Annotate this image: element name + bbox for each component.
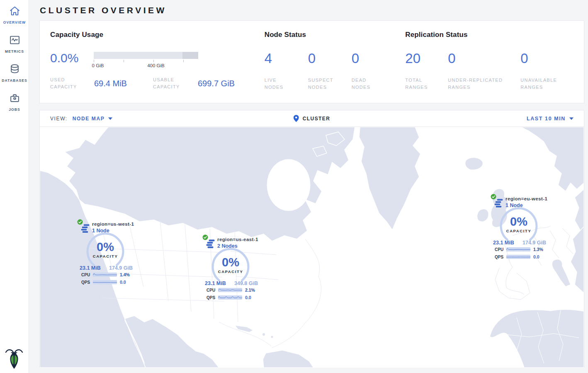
node-total-capacity: 174.9 GiB bbox=[522, 240, 546, 246]
region-label: region=eu-west-1 bbox=[505, 196, 547, 201]
node-used-capacity: 23.1 MiB bbox=[80, 265, 101, 271]
node-marker-us-east-1[interactable]: region=us-east-1 2 Nodes 0% CAPACITY 23.… bbox=[202, 234, 265, 303]
sidebar-item-overview[interactable]: OVERVIEW bbox=[0, 0, 29, 29]
capacity-bar: 0 GiB 400 GiB bbox=[94, 52, 198, 68]
page-title: CLUSTER OVERVIEW bbox=[29, 0, 588, 20]
qps-value: 0.0 bbox=[120, 280, 126, 285]
node-total-capacity: 349.8 GiB bbox=[234, 280, 258, 286]
map-toolbar: VIEW: NODE MAP CLUSTER LAST 10 MIN bbox=[40, 110, 584, 127]
used-capacity-label: USED CAPACITY bbox=[50, 76, 87, 90]
cluster-summary-card: Capacity Usage 0.0% 0 GiB 400 GiB bbox=[39, 20, 584, 103]
sidebar-item-databases[interactable]: DATABASES bbox=[0, 58, 29, 87]
map-pin-icon bbox=[294, 115, 299, 122]
node-status-section: Node Status 4 LIVE NODES 0 SUSPECT NODES… bbox=[265, 31, 406, 103]
cpu-value: 1.3% bbox=[533, 247, 543, 252]
node-used-capacity: 23.1 MiB bbox=[205, 280, 226, 286]
qps-sparkline bbox=[218, 295, 242, 300]
sidebar-item-label: JOBS bbox=[0, 107, 29, 112]
node-map: region=us-west-1 1 Node 0% CAPACITY 23.1… bbox=[40, 127, 584, 368]
replication-status-heading: Replication Status bbox=[405, 31, 584, 39]
cpu-sparkline bbox=[506, 247, 530, 251]
sidebar: OVERVIEW METRICS DATABASES bbox=[0, 0, 29, 373]
briefcase-icon bbox=[9, 93, 20, 104]
capacity-usage-section: Capacity Usage 0.0% 0 GiB 400 GiB bbox=[50, 31, 265, 103]
qps-sparkline bbox=[93, 280, 117, 284]
under-replicated-ranges-stat: 0 UNDER-REPLICATED RANGES bbox=[448, 51, 520, 91]
gauge-caption: CAPACITY bbox=[499, 229, 539, 233]
sidebar-item-metrics[interactable]: METRICS bbox=[0, 29, 29, 58]
region-label: region=us-east-1 bbox=[217, 237, 258, 242]
sidebar-item-jobs[interactable]: JOBS bbox=[0, 87, 29, 116]
qps-value: 0.0 bbox=[245, 295, 251, 300]
node-total-capacity: 174.9 GiB bbox=[109, 265, 133, 271]
usable-capacity-label: USABLE CAPACITY bbox=[153, 76, 191, 90]
capacity-bar-end-segment bbox=[182, 52, 198, 59]
cpu-sparkline bbox=[218, 288, 242, 292]
chevron-down-icon bbox=[108, 117, 112, 120]
capacity-usage-heading: Capacity Usage bbox=[50, 31, 265, 39]
cpu-label: CPU bbox=[495, 247, 506, 252]
chevron-down-icon bbox=[569, 117, 573, 120]
gauge-caption: CAPACITY bbox=[85, 254, 125, 258]
node-status-heading: Node Status bbox=[265, 31, 406, 39]
node-used-capacity: 23.1 MiB bbox=[493, 240, 514, 246]
sidebar-item-label: OVERVIEW bbox=[0, 20, 29, 24]
capacity-used-percent: 0.0% bbox=[50, 51, 94, 65]
node-marker-us-west-1[interactable]: region=us-west-1 1 Node 0% CAPACITY 23.1… bbox=[77, 219, 139, 288]
cpu-value: 1.4% bbox=[120, 272, 130, 277]
capacity-bar-ticks bbox=[94, 59, 198, 62]
qps-label: QPS bbox=[81, 280, 93, 285]
view-label: VIEW: bbox=[50, 116, 68, 122]
cpu-sparkline bbox=[93, 273, 117, 277]
sidebar-item-label: METRICS bbox=[0, 49, 29, 54]
qps-label: QPS bbox=[207, 295, 218, 300]
cpu-label: CPU bbox=[81, 273, 93, 277]
metrics-icon bbox=[9, 34, 20, 46]
qps-value: 0.0 bbox=[533, 254, 539, 259]
node-marker-eu-west-1[interactable]: region=eu-west-1 1 Node 0% CAPACITY 23.1… bbox=[491, 194, 553, 262]
qps-label: QPS bbox=[495, 255, 506, 259]
gauge-caption: CAPACITY bbox=[211, 269, 250, 274]
gauge-percent: 0% bbox=[211, 256, 250, 269]
suspect-nodes-stat: 0 SUSPECT NODES bbox=[308, 51, 352, 91]
time-range-dropdown[interactable]: LAST 10 MIN bbox=[527, 116, 573, 122]
database-icon bbox=[9, 63, 20, 75]
unavailable-ranges-stat: 0 UNAVAILABLE RANGES bbox=[520, 51, 583, 91]
region-label: region=us-west-1 bbox=[92, 222, 134, 227]
breadcrumb-cluster: CLUSTER bbox=[303, 116, 330, 122]
node-map-card: VIEW: NODE MAP CLUSTER LAST 10 MIN bbox=[39, 110, 584, 368]
qps-sparkline bbox=[506, 255, 530, 259]
home-icon bbox=[9, 5, 20, 17]
gauge-percent: 0% bbox=[85, 240, 125, 254]
cockroachdb-logo bbox=[5, 347, 24, 371]
cpu-label: CPU bbox=[207, 288, 218, 293]
used-capacity-value: 69.4 MiB bbox=[94, 79, 145, 88]
total-ranges-stat: 20 TOTAL RANGES bbox=[405, 51, 448, 91]
cpu-value: 2.1% bbox=[245, 288, 255, 293]
replication-status-section: Replication Status 20 TOTAL RANGES 0 UND… bbox=[405, 31, 584, 103]
sidebar-item-label: DATABASES bbox=[0, 78, 29, 83]
dead-nodes-stat: 0 DEAD NODES bbox=[352, 51, 395, 91]
capacity-tick-label-start: 0 GiB bbox=[92, 63, 104, 68]
live-nodes-stat: 4 LIVE NODES bbox=[265, 51, 308, 91]
main-content: CLUSTER OVERVIEW Capacity Usage 0.0% 0 G… bbox=[29, 0, 588, 368]
gauge-percent: 0% bbox=[499, 215, 539, 228]
capacity-tick-label-mid: 400 GiB bbox=[147, 63, 165, 68]
view-selector-dropdown[interactable]: NODE MAP bbox=[73, 116, 112, 122]
usable-capacity-value: 699.7 GiB bbox=[198, 79, 235, 88]
